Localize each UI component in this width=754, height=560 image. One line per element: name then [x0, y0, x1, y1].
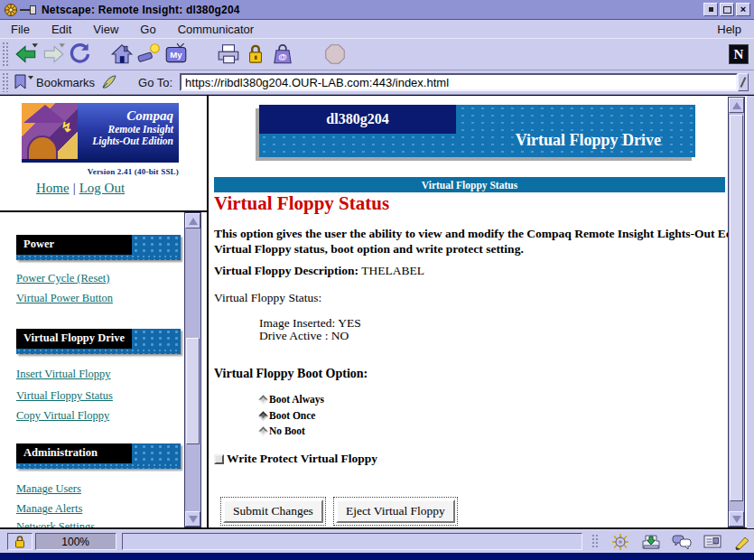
- sidebar-link-insert-virtual-floppy[interactable]: Insert Virtual Floppy: [16, 368, 111, 381]
- close-button[interactable]: ×: [736, 3, 750, 16]
- security-lock-icon: [243, 42, 268, 67]
- home-button[interactable]: [108, 41, 135, 68]
- sidebar-link-virtual-floppy-status[interactable]: Virtual Floppy Status: [16, 389, 113, 403]
- url-dropdown-button[interactable]: [738, 73, 749, 91]
- banner-host-name: dl380g204: [326, 111, 388, 127]
- mailbox-component-button[interactable]: [640, 534, 662, 550]
- submit-changes-button[interactable]: Submit Changes: [223, 499, 323, 523]
- bookmarks-icon: [13, 73, 34, 91]
- menu-help[interactable]: Help: [704, 23, 754, 36]
- reload-button[interactable]: [67, 41, 94, 68]
- back-icon: [14, 42, 39, 67]
- sidebar-link-network-settings[interactable]: Network Settings: [16, 520, 95, 527]
- window-bottom-edge: [0, 553, 754, 560]
- stop-button[interactable]: [321, 41, 349, 68]
- progress-value: 100%: [61, 536, 89, 548]
- section-header-virtual-floppy: Virtual Floppy Drive: [16, 329, 181, 354]
- sidebar-link-manage-alerts[interactable]: Manage Alerts: [16, 502, 82, 516]
- main-scroll-up-arrow[interactable]: [729, 98, 744, 113]
- title-bar: Netscape: Remote Insight: dl380g204 ×: [0, 0, 754, 20]
- boot-option-row-0: Boot Always: [259, 394, 324, 405]
- menu-file[interactable]: File: [0, 23, 41, 36]
- location-bar-grip[interactable]: [2, 72, 9, 92]
- toolbar-grip[interactable]: [2, 42, 9, 68]
- boot-option-radio-2[interactable]: [258, 426, 267, 435]
- goto-label: Go To:: [138, 76, 172, 89]
- discussions-component-button[interactable]: [671, 534, 693, 550]
- print-button[interactable]: [215, 41, 242, 68]
- sidebar-scrollbar-thumb[interactable]: [186, 338, 200, 444]
- status-message-area: [122, 533, 582, 550]
- bookmarks-menu[interactable]: Bookmarks: [36, 76, 95, 89]
- navigator-icon: [611, 534, 629, 550]
- minimize-button[interactable]: [703, 3, 718, 16]
- sidebar-link-copy-virtual-floppy[interactable]: Copy Virtual Floppy: [16, 409, 109, 423]
- netscape-logo[interactable]: N: [729, 44, 749, 64]
- status-label: Virtual Floppy Status:: [214, 291, 321, 305]
- boot-option-label-2[interactable]: No Boot: [269, 425, 305, 436]
- menu-go[interactable]: Go: [129, 23, 166, 36]
- main-scroll-down-arrow[interactable]: [729, 511, 744, 527]
- menu-communicator[interactable]: Communicator: [167, 23, 265, 36]
- reload-icon: [68, 42, 93, 67]
- location-bar: Bookmarks Go To:: [0, 70, 754, 95]
- main-scrollbar-thumb[interactable]: [730, 115, 743, 501]
- window-pin-icon[interactable]: [20, 5, 36, 14]
- window-title: Netscape: Remote Insight: dl380g204: [42, 4, 240, 16]
- form-buttons: Submit Changes Eject Virtual Floppy: [223, 499, 455, 523]
- logo-product: Remote Insight: [78, 124, 173, 135]
- address-book-icon: [703, 534, 722, 550]
- back-button[interactable]: [13, 41, 40, 68]
- component-bar-grip[interactable]: [591, 534, 599, 550]
- write-protect-label[interactable]: Write Protect Virtual Floppy: [227, 452, 377, 466]
- boot-option-label-0[interactable]: Boot Always: [269, 394, 324, 405]
- intro-line-1: This option gives the user the ability t…: [214, 227, 728, 241]
- sidebar-scroll-down-arrow[interactable]: [185, 511, 200, 527]
- logo-edition: Lights-Out Edition: [78, 135, 173, 147]
- progress-indicator: 100%: [35, 533, 116, 550]
- security-indicator[interactable]: [7, 533, 33, 550]
- sidebar-link-power-cycle[interactable]: Power Cycle (Reset): [16, 272, 109, 285]
- svg-text:@: @: [278, 51, 286, 61]
- netscape-wheel-icon: [4, 3, 18, 17]
- compaq-logo-art: ↯: [22, 103, 78, 159]
- discussions-icon: [672, 534, 692, 550]
- sidebar-scrollbar[interactable]: [184, 212, 201, 527]
- menu-edit[interactable]: Edit: [41, 23, 82, 36]
- forward-button[interactable]: [40, 41, 67, 68]
- shop-button[interactable]: @: [269, 41, 296, 68]
- url-input[interactable]: [180, 73, 738, 91]
- menu-view[interactable]: View: [82, 23, 129, 36]
- my-netscape-button[interactable]: My: [163, 41, 190, 68]
- maximize-button[interactable]: [720, 3, 734, 16]
- boot-option-radio-1[interactable]: [258, 411, 267, 420]
- status-drive-active: Drive Active : NO: [259, 329, 349, 343]
- write-protect-checkbox[interactable]: [214, 454, 224, 464]
- composer-component-button[interactable]: [732, 534, 754, 550]
- boot-option-label-1[interactable]: Boot Once: [269, 410, 315, 421]
- sidebar-link-virtual-power-button[interactable]: Virtual Power Button: [16, 292, 113, 305]
- eject-virtual-floppy-button[interactable]: Eject Virtual Floppy: [336, 499, 455, 523]
- home-link[interactable]: Home: [36, 181, 70, 195]
- boot-option-radio-0[interactable]: [258, 395, 267, 404]
- sidebar-link-manage-users[interactable]: Manage Users: [16, 482, 81, 496]
- section-title-administration: Administration: [23, 446, 98, 460]
- section-title-power: Power: [23, 238, 54, 251]
- security-button[interactable]: [242, 41, 269, 68]
- version-label: Version 2.41 (40-bit SSL): [22, 167, 179, 176]
- main-content-frame: dl380g204 Virtual Floppy Drive Virtual F…: [209, 97, 728, 527]
- compaq-logo-text: Compaq Remote Insight Lights-Out Edition: [78, 103, 179, 159]
- intro-line-2: Virtual Floppy status, boot option and w…: [214, 242, 524, 257]
- description-label: Virtual Floppy Description:: [214, 264, 358, 277]
- logout-link[interactable]: Log Out: [79, 181, 125, 195]
- main-scrollbar[interactable]: [728, 97, 745, 527]
- location-proxy-icon[interactable]: [100, 73, 118, 91]
- section-header-administration: Administration: [16, 443, 181, 469]
- sidebar-scroll-up-arrow[interactable]: [185, 213, 200, 229]
- search-button[interactable]: [135, 41, 163, 68]
- address-book-component-button[interactable]: [702, 534, 723, 550]
- print-icon: [216, 42, 241, 67]
- navigator-component-button[interactable]: [610, 534, 631, 550]
- forward-icon: [41, 42, 66, 67]
- frameset: ↯ Compaq Remote Insight Lights-Out Editi…: [0, 95, 754, 529]
